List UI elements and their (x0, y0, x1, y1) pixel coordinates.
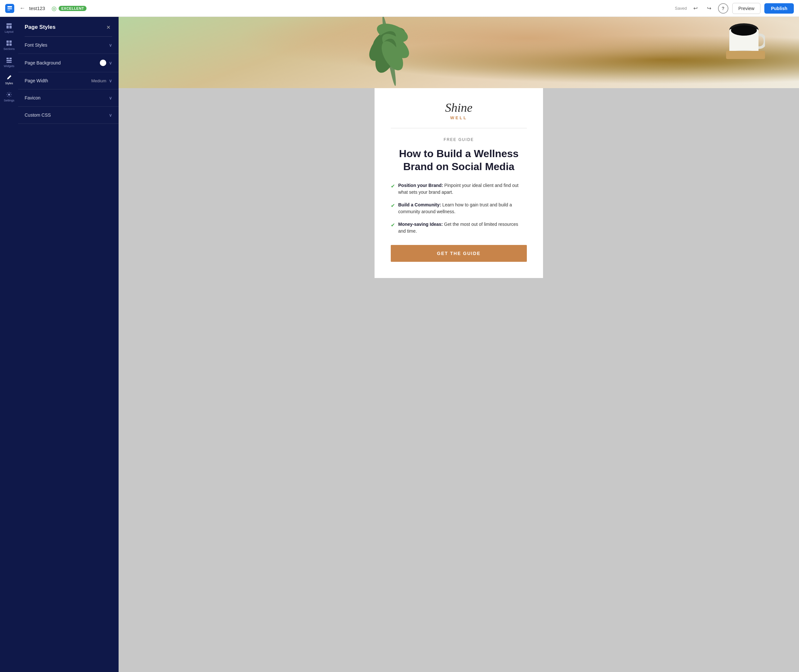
layout-icon (6, 23, 12, 29)
svg-rect-9 (10, 43, 12, 46)
page-title: test123 (29, 5, 45, 11)
panel-header: Page Styles ✕ (18, 17, 118, 36)
page-background-toggle[interactable] (100, 59, 106, 66)
styles-icon (6, 74, 12, 81)
page-width-right: Medium ∨ (91, 78, 112, 83)
svg-rect-8 (6, 43, 9, 46)
panel-item-page-width[interactable]: Page Width Medium ∨ (18, 72, 118, 90)
checklist-item-1-text: Position your Brand: Pinpoint your ideal… (398, 182, 527, 196)
quality-badge: EXCELLENT (59, 6, 86, 11)
favicon-right: ∨ (109, 95, 112, 101)
sidebar-item-styles[interactable]: Styles (0, 71, 18, 88)
undo-button[interactable]: ↩ (691, 3, 700, 13)
checklist-item-2-bold: Build a Community: (398, 202, 441, 207)
custom-css-chevron: ∨ (109, 112, 112, 118)
target-icon: ◎ (51, 5, 57, 12)
svg-rect-12 (6, 60, 12, 61)
svg-rect-26 (726, 51, 765, 59)
svg-rect-10 (6, 58, 9, 59)
icon-sidebar: Layout Sections (0, 17, 18, 672)
panel-title: Page Styles (25, 24, 55, 30)
content-card: Shine WELL FREE GUIDE How to Build a Wel… (374, 88, 543, 278)
canvas-area: Shine WELL FREE GUIDE How to Build a Wel… (118, 17, 799, 672)
page-width-chevron: ∨ (109, 78, 112, 83)
hero-background (118, 17, 799, 88)
panel-item-page-background[interactable]: Page Background ∨ (18, 54, 118, 72)
plant-decoration (357, 17, 422, 88)
hero-image (118, 17, 799, 88)
svg-rect-5 (10, 26, 12, 29)
svg-rect-13 (6, 62, 12, 63)
page-width-label: Page Width (25, 78, 48, 83)
font-styles-label: Font Styles (25, 42, 47, 48)
panel-item-font-styles[interactable]: Font Styles ∨ (18, 37, 118, 54)
coffee-mug-decoration (726, 20, 765, 59)
font-styles-right: ∨ (109, 42, 112, 48)
free-guide-label: FREE GUIDE (391, 138, 527, 142)
saved-status: Saved (675, 6, 687, 11)
brand-shine: Shine (391, 101, 527, 115)
publish-button[interactable]: Publish (764, 3, 794, 14)
settings-label: Settings (4, 99, 14, 102)
page-background-chevron: ∨ (109, 60, 112, 66)
checklist: ✔ Position your Brand: Pinpoint your ide… (391, 182, 527, 235)
svg-rect-4 (6, 26, 9, 29)
svg-point-25 (731, 25, 757, 36)
main-layout: Layout Sections (0, 17, 799, 672)
sections-label: Sections (3, 47, 15, 51)
sidebar-item-settings[interactable]: Settings (0, 88, 18, 105)
custom-css-right: ∨ (109, 112, 112, 118)
panel-sidebar: Page Styles ✕ Font Styles ∨ Page Backgro… (18, 17, 118, 672)
checklist-item-1: ✔ Position your Brand: Pinpoint your ide… (391, 182, 527, 196)
checklist-item-2-text: Build a Community: Learn how to gain tru… (398, 202, 527, 215)
settings-icon (6, 91, 12, 98)
svg-rect-0 (8, 6, 12, 8)
help-button[interactable]: ? (718, 3, 729, 14)
checklist-item-2: ✔ Build a Community: Learn how to gain t… (391, 202, 527, 215)
back-button[interactable]: ← (19, 5, 25, 12)
svg-rect-1 (8, 8, 12, 10)
cta-button[interactable]: GET THE GUIDE (391, 245, 527, 262)
check-icon-1: ✔ (391, 182, 395, 190)
brand-logo-area: Shine WELL (391, 101, 527, 128)
check-icon-3: ✔ (391, 221, 395, 229)
panel-close-button[interactable]: ✕ (104, 23, 112, 31)
page-width-value: Medium (91, 78, 106, 83)
sections-icon (6, 40, 12, 46)
checklist-item-3: ✔ Money-saving Ideas: Get the most out o… (391, 221, 527, 235)
widgets-icon (6, 57, 12, 64)
svg-rect-7 (10, 40, 12, 43)
checklist-item-1-bold: Position your Brand: (398, 183, 443, 188)
page-background-right: ∨ (100, 59, 112, 66)
panel-item-favicon[interactable]: Favicon ∨ (18, 90, 118, 107)
brand-well: WELL (391, 115, 527, 120)
main-heading: How to Build a Wellness Brand on Social … (391, 147, 527, 173)
quality-badge-wrap: ◎ EXCELLENT (51, 5, 86, 12)
layout-label: Layout (5, 30, 13, 34)
checklist-item-3-text: Money-saving Ideas: Get the most out of … (398, 221, 527, 235)
svg-rect-11 (10, 58, 12, 59)
svg-rect-3 (6, 23, 12, 25)
favicon-chevron: ∨ (109, 95, 112, 101)
favicon-label: Favicon (25, 95, 40, 101)
svg-rect-6 (6, 40, 9, 43)
preview-button[interactable]: Preview (732, 3, 761, 14)
widgets-label: Widgets (4, 64, 14, 68)
font-styles-chevron: ∨ (109, 42, 112, 48)
svg-rect-2 (8, 10, 10, 11)
page-background-label: Page Background (25, 60, 61, 66)
sidebar-item-widgets[interactable]: Widgets (0, 54, 18, 71)
app-logo (5, 4, 14, 13)
panel-item-custom-css[interactable]: Custom CSS ∨ (18, 107, 118, 124)
checklist-item-3-bold: Money-saving Ideas: (398, 222, 443, 227)
styles-label: Styles (5, 82, 13, 85)
redo-button[interactable]: ↪ (705, 3, 714, 13)
svg-point-14 (8, 94, 10, 96)
custom-css-label: Custom CSS (25, 112, 51, 118)
sidebar-item-layout[interactable]: Layout (0, 19, 18, 37)
sidebar-item-sections[interactable]: Sections (0, 37, 18, 54)
check-icon-2: ✔ (391, 202, 395, 210)
topbar: ← test123 ◎ EXCELLENT Saved ↩ ↪ ? Previe… (0, 0, 799, 17)
